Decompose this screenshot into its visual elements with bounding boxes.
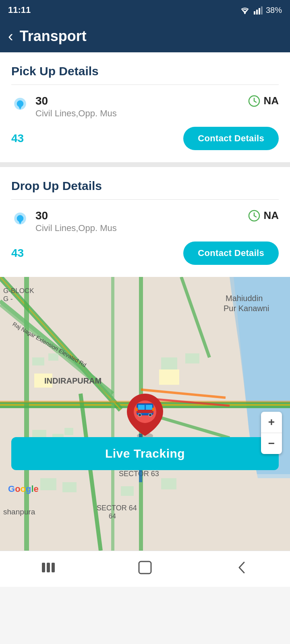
- back-button[interactable]: ‹: [8, 28, 13, 45]
- pickup-location-left: 30 Civil Lines,Opp. Mus: [11, 95, 117, 119]
- home-icon: [137, 560, 153, 575]
- svg-rect-64: [138, 405, 145, 410]
- signal-icon: [254, 6, 263, 14]
- svg-rect-42: [40, 478, 56, 490]
- dropup-divider: [11, 199, 279, 200]
- dropup-section: Drop Up Details 30 Civil Lines,Opp. Mus: [0, 167, 290, 277]
- svg-text:INDIRAPURAM: INDIRAPURAM: [44, 376, 102, 385]
- status-time: 11:11: [8, 5, 31, 15]
- dropup-location-left: 30 Civil Lines,Opp. Mus: [11, 209, 117, 233]
- svg-rect-44: [121, 486, 134, 496]
- zoom-in-button[interactable]: +: [261, 412, 282, 433]
- svg-rect-73: [52, 563, 55, 572]
- svg-text:G-BLOCK: G-BLOCK: [3, 287, 34, 295]
- svg-text:G -: G -: [3, 295, 13, 303]
- dropup-route-number: 43: [11, 247, 24, 260]
- svg-rect-39: [185, 353, 199, 363]
- nav-back-button[interactable]: [230, 557, 254, 578]
- pickup-pin-icon: [11, 96, 29, 114]
- svg-rect-33: [32, 357, 44, 365]
- svg-text:Pur Kanawni: Pur Kanawni: [224, 304, 269, 313]
- svg-rect-1: [254, 11, 255, 14]
- pickup-time-badge: NA: [248, 95, 279, 107]
- pickup-location-row: 30 Civil Lines,Opp. Mus NA: [11, 95, 279, 119]
- dropup-contact-button[interactable]: Contact Details: [183, 242, 279, 265]
- live-tracking-button[interactable]: Live Tracking: [11, 437, 279, 470]
- svg-rect-45: [161, 478, 176, 489]
- svg-rect-65: [146, 405, 152, 410]
- pickup-time-text: NA: [263, 95, 279, 107]
- dropup-number: 30: [35, 209, 117, 222]
- status-icons: 38%: [239, 6, 282, 15]
- svg-rect-3: [259, 8, 260, 14]
- nav-menu-button[interactable]: [36, 557, 60, 578]
- pickup-clock-icon: [248, 95, 260, 107]
- nav-home-button[interactable]: [133, 557, 157, 578]
- pickup-info: 30 Civil Lines,Opp. Mus: [35, 95, 117, 119]
- zoom-out-button[interactable]: −: [261, 433, 282, 454]
- wifi-icon: [239, 6, 251, 14]
- zoom-controls: + −: [261, 412, 282, 454]
- svg-text:Mahiuddin: Mahiuddin: [226, 294, 263, 303]
- svg-line-10: [254, 101, 256, 102]
- dropup-pin-icon: [11, 211, 29, 229]
- pickup-address: Civil Lines,Opp. Mus: [35, 108, 117, 119]
- dropup-time-text: NA: [263, 209, 279, 222]
- pickup-section-title: Pick Up Details: [11, 64, 279, 78]
- svg-rect-69: [135, 408, 138, 411]
- pickup-number: 30: [35, 95, 117, 107]
- pickup-route-number: 43: [11, 132, 24, 145]
- svg-rect-47: [159, 369, 179, 385]
- svg-point-0: [244, 12, 246, 14]
- svg-rect-72: [47, 563, 50, 572]
- pickup-bottom-row: 43 Contact Details: [11, 127, 279, 154]
- svg-text:64: 64: [109, 513, 116, 520]
- svg-text:SECTOR 64: SECTOR 64: [97, 504, 137, 512]
- svg-rect-74: [139, 561, 151, 574]
- pickup-section: Pick Up Details 30 Civil Lines,Opp. Mus: [0, 52, 290, 162]
- dropup-section-title: Drop Up Details: [11, 179, 279, 193]
- map-container[interactable]: INDIRAPURAM SECTOR 62 62 SECTOR 63 SECTO…: [0, 277, 290, 551]
- svg-rect-43: [62, 482, 77, 492]
- dropup-clock-icon: [248, 210, 260, 222]
- svg-rect-34: [48, 353, 58, 361]
- svg-line-16: [254, 216, 256, 217]
- svg-rect-2: [256, 10, 258, 14]
- svg-point-68: [149, 413, 152, 417]
- dropup-time-badge: NA: [248, 209, 279, 222]
- section-separator-1: [0, 162, 290, 167]
- battery-percent: 38%: [266, 6, 282, 15]
- svg-point-67: [138, 413, 141, 417]
- svg-rect-70: [152, 408, 155, 411]
- pickup-contact-button[interactable]: Contact Details: [183, 127, 279, 150]
- svg-rect-4: [261, 6, 263, 14]
- map-svg: INDIRAPURAM SECTOR 62 62 SECTOR 63 SECTO…: [0, 277, 290, 551]
- app-header: ‹ Transport: [0, 20, 290, 52]
- pickup-divider: [11, 85, 279, 85]
- dropup-bottom-row: 43 Contact Details: [11, 242, 279, 269]
- status-bar: 11:11 38%: [0, 0, 290, 20]
- nav-back-icon: [235, 560, 248, 575]
- svg-text:shanpura: shanpura: [3, 508, 35, 516]
- dropup-info: 30 Civil Lines,Opp. Mus: [35, 209, 117, 233]
- dropup-address: Civil Lines,Opp. Mus: [35, 223, 117, 233]
- dropup-location-row: 30 Civil Lines,Opp. Mus NA: [11, 209, 279, 233]
- google-logo: Google: [8, 484, 39, 494]
- page-title: Transport: [20, 28, 87, 45]
- svg-text:SECTOR 63: SECTOR 63: [119, 470, 159, 478]
- svg-rect-71: [42, 563, 45, 572]
- svg-rect-37: [64, 428, 73, 435]
- menu-icon: [40, 561, 56, 574]
- svg-rect-66: [137, 410, 153, 413]
- nav-bar: [0, 551, 290, 587]
- svg-rect-38: [161, 357, 177, 369]
